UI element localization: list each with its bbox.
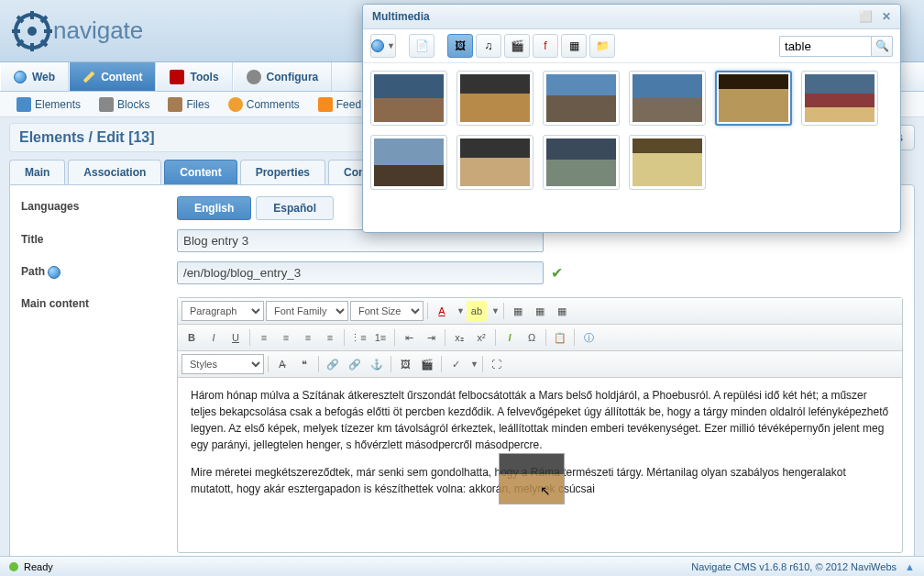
thumbnail-0[interactable] xyxy=(370,71,447,126)
fullscreen-btn[interactable]: ⛶ xyxy=(487,354,507,374)
status-text: Ready xyxy=(24,561,53,572)
font-family-select[interactable]: Font Family xyxy=(266,301,348,321)
media-btn[interactable]: 🎬 xyxy=(417,354,437,374)
globe-icon xyxy=(371,39,384,52)
thumbnail-4[interactable] xyxy=(715,71,792,126)
sub-files[interactable]: Files xyxy=(159,94,218,116)
path-input[interactable] xyxy=(177,261,544,284)
bg-color-btn[interactable]: ab xyxy=(467,301,487,321)
add-file-btn[interactable]: 📄 xyxy=(409,34,434,58)
nav-configuration[interactable]: Configura xyxy=(233,62,333,91)
source-select-btn[interactable]: ▼ xyxy=(370,34,396,58)
superscript-btn[interactable]: x² xyxy=(471,327,491,348)
help-btn[interactable]: ⓘ xyxy=(578,327,599,348)
thumbnail-image xyxy=(374,138,444,186)
source-btn[interactable]: I xyxy=(500,327,520,348)
table-cell-btn[interactable]: ▦ xyxy=(552,301,572,321)
underline-btn[interactable]: U xyxy=(226,327,246,348)
nav-content-label: Content xyxy=(101,71,142,83)
text-color-btn[interactable]: A xyxy=(432,301,452,321)
link-btn[interactable]: 🔗 xyxy=(323,354,343,374)
sub-comments[interactable]: Comments xyxy=(219,94,309,116)
search-input[interactable] xyxy=(779,36,871,57)
sub-feeds[interactable]: Feed xyxy=(309,94,370,116)
anchor-btn[interactable]: ⚓ xyxy=(367,354,387,374)
dialog-titlebar[interactable]: Multimedia ⬜ ✕ xyxy=(363,5,900,29)
filter-folder-btn[interactable]: 📁 xyxy=(589,34,615,58)
table-props-btn[interactable]: ▦ xyxy=(530,301,550,321)
nav-configuration-label: Configura xyxy=(267,71,319,83)
font-size-select[interactable]: Font Size xyxy=(350,301,424,321)
logo-text: navigate xyxy=(53,17,143,45)
files-icon xyxy=(168,97,182,112)
dialog-search: 🔍 xyxy=(779,36,893,57)
footer-arrow-icon[interactable]: ▲ xyxy=(905,561,915,572)
italic-btn[interactable]: I xyxy=(204,327,224,348)
bold-btn[interactable]: B xyxy=(182,327,202,348)
comments-icon xyxy=(228,97,243,112)
outdent-btn[interactable]: ⇤ xyxy=(399,327,419,348)
list-ul-btn[interactable]: ⋮≡ xyxy=(348,327,368,348)
close-icon[interactable]: ✕ xyxy=(882,10,891,23)
paragraph-select[interactable]: Paragraph xyxy=(182,301,264,321)
nav-tools[interactable]: Tools xyxy=(156,62,232,91)
sub-elements[interactable]: Elements xyxy=(7,94,90,116)
subscript-btn[interactable]: x₂ xyxy=(449,327,469,348)
nav-web[interactable]: Web xyxy=(0,62,69,91)
char-btn[interactable]: Ω xyxy=(522,327,542,348)
unlink-btn[interactable]: 🔗 xyxy=(345,354,365,374)
lang-english[interactable]: English xyxy=(177,196,251,220)
content-area: Languages English Español Title Path ✔ M… xyxy=(9,184,915,570)
globe-icon xyxy=(48,266,60,279)
logo-icon xyxy=(9,8,55,54)
elements-icon xyxy=(16,97,31,112)
filter-flash-btn[interactable]: f xyxy=(533,34,558,58)
list-ol-btn[interactable]: 1≡ xyxy=(370,327,390,348)
footer-right: Navigate CMS v1.6.8 r610, © 2012 NaviWeb… xyxy=(691,561,915,572)
thumbnail-image xyxy=(460,74,530,122)
thumbnail-image xyxy=(805,74,874,122)
tab-properties[interactable]: Properties xyxy=(240,160,325,184)
align-left-btn[interactable]: ≡ xyxy=(254,327,274,348)
indent-btn[interactable]: ⇥ xyxy=(421,327,441,348)
tab-content[interactable]: Content xyxy=(164,160,236,184)
thumbnail-5[interactable] xyxy=(801,71,878,126)
remove-format-btn[interactable]: A̶ xyxy=(272,354,292,374)
align-right-btn[interactable]: ≡ xyxy=(298,327,318,348)
tab-association[interactable]: Association xyxy=(68,160,161,184)
editor-toolbar-3: Styles A̶ ❝ 🔗 🔗 ⚓ 🖼 🎬 ✓▼ ⛶ xyxy=(178,351,902,378)
filter-doc-btn[interactable]: ▦ xyxy=(561,34,587,58)
sub-blocks[interactable]: Blocks xyxy=(90,94,159,116)
thumbnail-3[interactable] xyxy=(629,71,706,126)
styles-select[interactable]: Styles xyxy=(182,354,264,374)
thumbnail-image xyxy=(374,74,444,122)
version-link[interactable]: Navigate CMS v1.6.8 r610 xyxy=(691,561,809,572)
lang-espanol[interactable]: Español xyxy=(256,196,334,220)
tools-icon xyxy=(170,70,184,84)
thumbnail-6[interactable] xyxy=(370,135,447,190)
thumbnail-1[interactable] xyxy=(456,71,534,126)
filter-image-btn[interactable]: 🖼 xyxy=(447,34,473,58)
table-btn[interactable]: ▦ xyxy=(508,301,528,321)
align-center-btn[interactable]: ≡ xyxy=(276,327,296,348)
thumbnail-2[interactable] xyxy=(543,71,620,126)
spellcheck-btn[interactable]: ✓ xyxy=(446,354,466,374)
thumbnail-9[interactable] xyxy=(629,135,706,190)
tab-main[interactable]: Main xyxy=(9,160,65,184)
editor-content[interactable]: Három hónap múlva a Szítának átkeresztel… xyxy=(178,378,902,552)
image-btn[interactable]: 🖼 xyxy=(395,354,415,374)
paste-btn[interactable]: 📋 xyxy=(550,327,570,348)
company-link[interactable]: NaviWebs xyxy=(851,561,896,572)
nav-content[interactable]: Content xyxy=(69,62,156,91)
thumbnail-7[interactable] xyxy=(456,135,534,190)
align-justify-btn[interactable]: ≡ xyxy=(320,327,340,348)
search-button[interactable]: 🔍 xyxy=(871,36,893,57)
thumbnail-8[interactable] xyxy=(543,135,620,190)
filter-video-btn[interactable]: 🎬 xyxy=(504,34,530,58)
logo[interactable]: navigate xyxy=(0,8,152,54)
maximize-icon[interactable]: ⬜ xyxy=(859,10,873,23)
quote-btn[interactable]: ❝ xyxy=(294,354,314,374)
languages-label: Languages xyxy=(21,196,177,213)
drag-preview-thumb xyxy=(499,453,565,504)
filter-audio-btn[interactable]: ♫ xyxy=(476,34,501,58)
